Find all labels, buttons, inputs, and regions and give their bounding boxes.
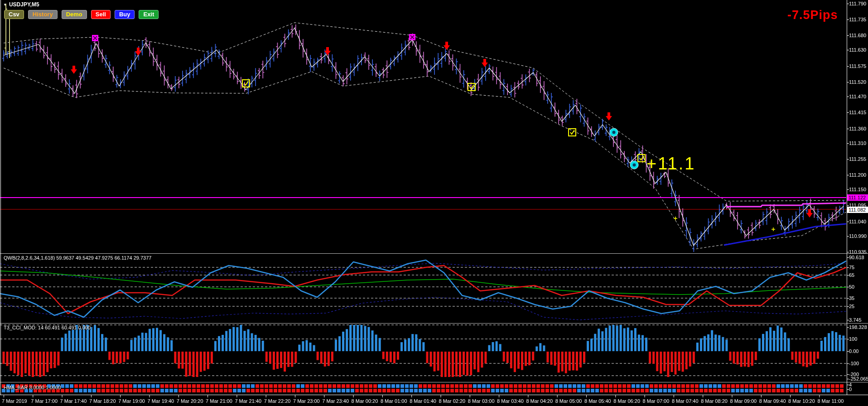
current-price-tag: 111.082 [847, 207, 868, 213]
time-axis-label: 8 Mar 05:40 [584, 398, 611, 404]
hma-scale-label: 0 [849, 387, 852, 392]
time-axis-label: 8 Mar 07:00 [643, 398, 670, 404]
qwb-scale-label: 65 [849, 273, 854, 278]
time-axis-label: 7 Mar 21:40 [235, 398, 261, 404]
symbol-label: ▼ USDJPY,M5 [3, 1, 39, 8]
symbol-text: USDJPY,M5 [9, 1, 39, 8]
price-axis-label: 111.575 [849, 64, 866, 69]
time-axis-label: 7 Mar 20:20 [177, 398, 203, 404]
time-axis-label: 7 Mar 19:40 [148, 398, 174, 404]
time-axis-label: 7 Mar 18:20 [89, 398, 116, 404]
time-axis-label: 8 Mar 07:40 [672, 398, 699, 404]
time-axis-label: 8 Mar 05:00 [555, 398, 582, 404]
demo-button[interactable]: Demo [62, 10, 87, 19]
time-axis-label: 8 Mar 10:20 [788, 398, 815, 404]
price-axis-label: 111.680 [849, 33, 866, 38]
time-axis-label: 8 Mar 01:00 [381, 398, 407, 404]
profit-label: +11.1 [646, 154, 695, 174]
time-axis-label: 7 Mar 17:40 [60, 398, 87, 404]
price-axis-label: 110.935 [849, 250, 867, 255]
time-axis-label: 7 Mar 2019 [2, 398, 27, 404]
price-axis-label: 111.520 [849, 80, 866, 85]
t3-scale-label: 100 [849, 337, 857, 342]
price-axis-label: 110.990 [849, 234, 867, 239]
qwb-scale-label: 35 [849, 296, 854, 301]
qwb-indicator-label: QWB(2,8,2.6,34,1.618) 59.9637 49.5429 47… [4, 255, 151, 261]
qwb-scale-label: 3.745 [849, 318, 862, 323]
time-axis-label: 8 Mar 01:40 [410, 398, 436, 404]
time-axis-label: 8 Mar 09:00 [730, 398, 757, 404]
time-axis-label: 7 Mar 22:20 [264, 398, 291, 404]
price-axis-label: 111.470 [849, 94, 866, 99]
qwb-scale-label: 50 [849, 285, 854, 290]
price-axis-label: 111.415 [849, 110, 866, 115]
time-axis-label: 8 Mar 08:20 [701, 398, 728, 404]
price-axis-label: 111.630 [849, 48, 866, 53]
price-axis-label: 111.255 [849, 157, 866, 162]
t3-cci-indicator-label: T3_CCI_MOD: 14 60.491 60.491 0.000 [4, 325, 91, 330]
price-axis-label: 111.310 [849, 141, 866, 146]
time-axis-label: 8 Mar 03:00 [468, 398, 495, 404]
t3-scale-label: -100 [849, 361, 859, 366]
hma-bar-indicator-label: HMA_BAR 3.0000 1.0000 [4, 385, 61, 390]
qwb-scale-label: 90.618 [849, 255, 864, 260]
time-axis-label: 8 Mar 02:20 [439, 398, 466, 404]
buy-button[interactable]: Buy [115, 10, 135, 19]
time-axis-label: 8 Mar 00:20 [352, 398, 378, 404]
price-axis-label: 111.735 [849, 17, 866, 22]
time-axis-label: 7 Mar 23:00 [293, 398, 320, 404]
csv-button[interactable]: Csv [4, 10, 24, 19]
t3-scale-label: 198.328 [849, 325, 867, 330]
t3-scale-label: 0.00 [849, 349, 858, 354]
time-axis-label: 8 Mar 06:20 [613, 398, 640, 404]
time-axis-label: 8 Mar 04:20 [526, 398, 553, 404]
price-axis-label: 111.150 [849, 187, 866, 192]
chevron-down-icon: ▼ [3, 3, 7, 7]
qwb-scale-label: 25 [849, 304, 854, 309]
current-price-tag: 111.122 [847, 194, 868, 201]
time-axis-label: 7 Mar 23:40 [322, 398, 349, 404]
time-axis-label: 8 Mar 11:00 [817, 398, 844, 404]
price-axis-label: 111.040 [849, 219, 866, 224]
time-axis-label: 8 Mar 03:40 [497, 398, 524, 404]
mt4-chart-window: ▼ USDJPY,M5 CsvHistoryDemoSellBuyExit -7… [0, 0, 868, 406]
exit-button[interactable]: Exit [139, 10, 159, 19]
qwb-scale-label: 75 [849, 265, 854, 270]
toolbar: CsvHistoryDemoSellBuyExit [4, 10, 159, 19]
time-axis-label: 7 Mar 21:00 [206, 398, 232, 404]
price-axis-label: 111.360 [849, 126, 866, 131]
pips-label: -7.5Pips [787, 8, 838, 22]
time-axis-label: 7 Mar 19:00 [118, 398, 145, 404]
time-axis-label: 8 Mar 09:40 [759, 398, 786, 404]
price-axis-label: 111.790 [849, 1, 866, 6]
sell-button[interactable]: Sell [91, 10, 111, 19]
t3-scale-label: -252.065 [849, 377, 868, 382]
history-button[interactable]: History [28, 10, 58, 19]
time-axis-label: 7 Mar 17:00 [31, 398, 58, 404]
price-axis-label: 111.200 [849, 173, 866, 178]
price-chart-canvas[interactable] [0, 0, 868, 406]
